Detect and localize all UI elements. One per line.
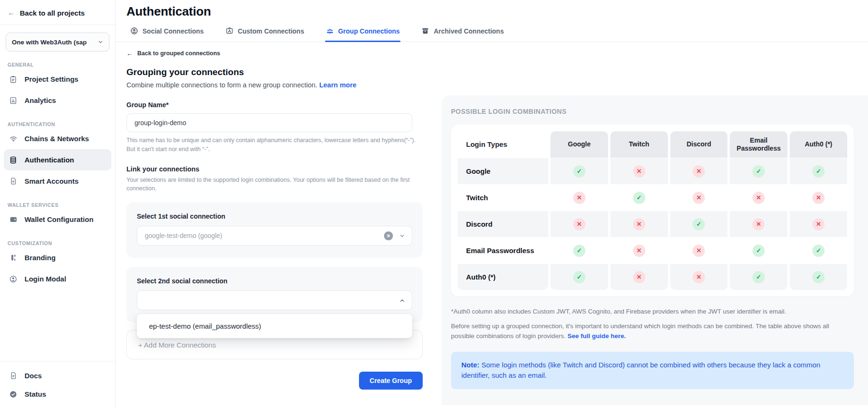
chevron-up-icon — [399, 298, 405, 304]
project-selector[interactable]: One with Web3Auth (sap — [6, 33, 109, 51]
form-subtitle: Combine multiple connections to form a n… — [126, 81, 423, 89]
tab-group-connections[interactable]: Group Connections — [326, 27, 400, 42]
sidebar-item-status[interactable]: Status — [4, 385, 111, 403]
sidebar-item-wallet-configuration[interactable]: Wallet Configuration — [4, 209, 111, 230]
tab-custom-connections[interactable]: Custom Connections — [225, 27, 304, 42]
group-name-input[interactable] — [126, 113, 412, 132]
combination-cell: ✕ — [670, 184, 728, 211]
combination-cell: ✕ — [790, 211, 847, 237]
cross-icon: ✕ — [812, 192, 825, 204]
combination-cell: ✕ — [610, 158, 668, 184]
sidebar-item-label: Project Settings — [25, 75, 78, 83]
dropdown-option[interactable]: ep-test-demo (email_passwordless) — [137, 321, 412, 332]
check-icon: ✓ — [752, 245, 765, 257]
column-header: Email Passwordless — [730, 131, 787, 158]
column-header-login-types: Login Types — [458, 131, 548, 158]
group-name-label: Group Name* — [126, 101, 423, 109]
combination-cell: ✕ — [610, 237, 668, 264]
sidebar-item-label: Status — [25, 390, 46, 398]
second-connection-select[interactable] — [137, 290, 412, 310]
check-icon: ✓ — [752, 165, 765, 178]
sidebar-item-smart-accounts[interactable]: Smart Accounts — [4, 170, 111, 192]
sidebar-item-label: Docs — [25, 372, 42, 380]
guide-footnote: Before setting up a grouped connection, … — [451, 322, 854, 341]
combination-cell: ✓ — [730, 264, 787, 290]
sidebar-item-label: Smart Accounts — [25, 177, 78, 185]
note-box: Note: Some login methods (like Twitch an… — [451, 352, 854, 389]
tab-label: Archived Connections — [434, 27, 504, 35]
clipboard-icon — [8, 75, 18, 84]
combination-cell: ✓ — [610, 184, 668, 211]
combination-cell: ✓ — [551, 237, 608, 264]
sidebar-item-project-settings[interactable]: Project Settings — [4, 68, 111, 90]
note-label: Note: — [461, 361, 479, 369]
archive-box-icon — [421, 27, 429, 35]
first-connection-card: Select 1st social connection google-test… — [126, 202, 423, 258]
column-header: Google — [551, 131, 608, 158]
note-text: Some login methods (like Twitch and Disc… — [461, 361, 820, 380]
cross-icon: ✕ — [693, 192, 705, 204]
tab-social-connections[interactable]: Social Connections — [130, 27, 204, 42]
user-circle-icon — [8, 274, 18, 284]
create-group-button[interactable]: Create Group — [359, 372, 423, 390]
sidebar-item-label: Login Modal — [25, 275, 66, 283]
check-icon: ✓ — [573, 245, 585, 257]
tab-archived-connections[interactable]: Archived Connections — [421, 27, 504, 42]
cross-icon: ✕ — [633, 218, 645, 230]
section-label-customization: CUSTOMIZATION — [8, 240, 108, 246]
check-circle-icon — [8, 390, 18, 399]
full-guide-link[interactable]: See full guide here. — [568, 332, 626, 340]
project-selector-value: One with Web3Auth (sap — [12, 39, 98, 46]
section-label-wallet-services: WALLET SERVICES — [8, 202, 108, 208]
combination-cell: ✓ — [551, 158, 608, 184]
first-connection-select[interactable]: google-test-demo (google) ✕ — [137, 226, 412, 246]
chevron-down-icon — [98, 39, 103, 45]
row-label: Auth0 (*) — [458, 264, 548, 290]
sidebar-item-analytics[interactable]: Analytics — [4, 90, 111, 111]
main-content: Authentication Social Connections Custom… — [116, 0, 868, 408]
sidebar-item-branding[interactable]: Branding — [4, 247, 111, 268]
back-to-grouped-connections-link[interactable]: ← Back to grouped connections — [126, 50, 423, 57]
tab-bar: Social Connections Custom Connections Gr… — [116, 27, 868, 42]
chart-icon — [8, 96, 18, 105]
guide-footnote-text: Before setting up a grouped connection, … — [451, 323, 829, 340]
combination-cell: ✓ — [730, 237, 787, 264]
row-label: Google — [458, 158, 548, 184]
check-icon: ✓ — [573, 271, 585, 283]
sidebar-item-docs[interactable]: Docs — [4, 366, 111, 385]
person-circle-icon — [130, 27, 138, 35]
back-arrow-icon: ← — [8, 8, 15, 17]
combination-cell: ✕ — [670, 158, 728, 184]
sidebar-item-label: Authentication — [25, 156, 74, 164]
row-label: Discord — [458, 211, 548, 237]
back-to-projects-link[interactable]: ← Back to all projects — [0, 0, 115, 25]
link-connections-heading: Link your connections — [126, 165, 423, 173]
section-label-authentication: AUTHENTICATION — [8, 121, 108, 127]
cross-icon: ✕ — [633, 271, 645, 283]
combination-cell: ✓ — [670, 211, 728, 237]
form-subtitle-text: Combine multiple connections to form a n… — [126, 81, 317, 89]
row-label: Twitch — [458, 184, 548, 211]
sidebar-item-label: Analytics — [25, 96, 56, 104]
page-title: Authentication — [126, 4, 868, 19]
connection-dropdown: ep-test-demo (email_passwordless) — [137, 314, 412, 338]
tab-label: Group Connections — [338, 27, 400, 35]
chevron-down-icon — [399, 233, 405, 239]
sidebar: ← Back to all projects One with Web3Auth… — [0, 0, 116, 408]
clear-selection-icon[interactable]: ✕ — [384, 231, 393, 240]
group-name-help: This name has to be unique and can only … — [126, 136, 418, 154]
form-actions: Create Group — [126, 372, 423, 390]
sidebar-item-authentication[interactable]: Authentication — [4, 149, 111, 170]
column-header: Auth0 (*) — [790, 131, 847, 158]
sidebar-item-chains-networks[interactable]: Chains & Networks — [4, 128, 111, 149]
users-group-icon — [326, 27, 334, 35]
badge-icon — [225, 27, 234, 35]
learn-more-link[interactable]: Learn more — [319, 81, 357, 89]
link-connections-help: Your selections are limited to the suppo… — [126, 176, 423, 194]
auth0-footnote: *Auth0 column also includes Custom JWT, … — [451, 307, 854, 317]
sidebar-footer: Docs Status — [0, 361, 115, 408]
sidebar-item-login-modal[interactable]: Login Modal — [4, 268, 111, 289]
group-connection-form: ← Back to grouped connections Grouping y… — [126, 42, 423, 405]
cross-icon: ✕ — [693, 271, 705, 283]
cross-icon: ✕ — [752, 218, 765, 230]
